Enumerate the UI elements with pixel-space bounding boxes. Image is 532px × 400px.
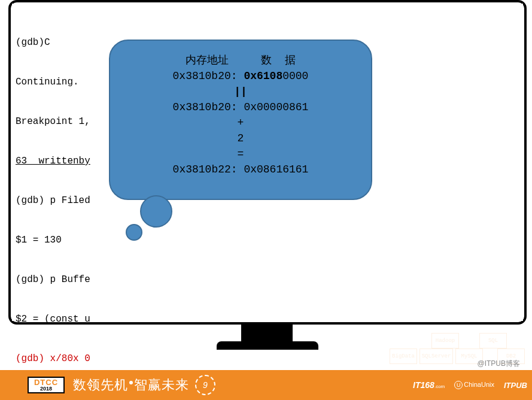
gdb-line: (gdb) p Buffe	[16, 273, 519, 286]
bubble-tail	[140, 195, 172, 228]
bubble-tail	[126, 224, 142, 241]
bubble-row: 0x3810b22: 0x08616161	[134, 162, 347, 177]
bubble-two: 2	[134, 131, 347, 146]
bubble-eq: =	[134, 146, 347, 162]
bubble-sep: ||	[134, 84, 347, 99]
monitor-base	[217, 341, 318, 350]
gdb-line: $1 = 130	[16, 234, 519, 247]
footer-logos: IT168.com UChinaUnix ITPUB	[413, 380, 527, 390]
callout-bubble: 内存地址 数 据 0x3810b20: 0x61080000 || 0x3810…	[109, 40, 372, 200]
anniversary-badge: 9	[195, 375, 215, 395]
it168-logo: IT168.com	[413, 380, 445, 390]
footer-bar: DTCC 2018 数领先机智赢未来 9 IT168.com UChinaUni…	[0, 370, 532, 400]
watermark: @ITPUB博客	[477, 359, 520, 369]
monitor-stand	[241, 325, 293, 341]
gdb-line: $2 = (const u	[16, 313, 519, 326]
bubble-row: 0x3810b20: 0x00000861	[134, 99, 347, 115]
gdb-line-red: (gdb) x/80x 0	[16, 352, 519, 365]
itpub-logo: ITPUB	[504, 381, 527, 390]
presentation-slide: (gdb)C Continuing. Breakpoint 1, 63 writ…	[0, 0, 532, 400]
bubble-plus: +	[134, 115, 347, 131]
footer-slogan: 数领先机智赢未来	[73, 376, 189, 394]
bubble-row: 0x3810b20: 0x61080000	[134, 68, 347, 84]
dtcc-logo: DTCC 2018	[28, 377, 65, 393]
chinaunix-logo: UChinaUnix	[454, 381, 494, 389]
bubble-header: 内存地址 数 据	[134, 53, 347, 68]
